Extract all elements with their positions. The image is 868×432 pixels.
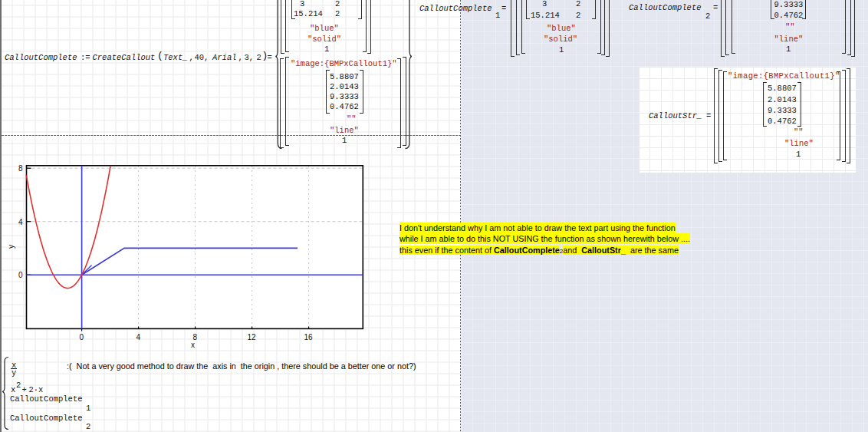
svg-text:4: 4 — [136, 333, 141, 341]
svg-text:12: 12 — [248, 333, 257, 341]
svg-text:x: x — [191, 341, 195, 349]
svg-text:0: 0 — [80, 333, 84, 341]
svg-text:0: 0 — [18, 271, 23, 279]
svg-text:y: y — [6, 244, 15, 249]
svg-text:4: 4 — [18, 218, 23, 226]
svg-text:16: 16 — [304, 333, 314, 341]
svg-text:8: 8 — [18, 164, 23, 173]
